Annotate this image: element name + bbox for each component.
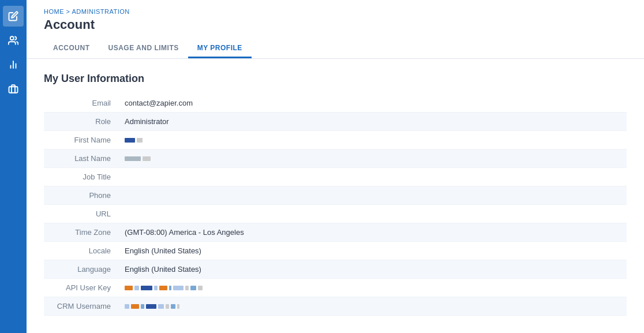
field-label: Last Name xyxy=(44,149,119,168)
field-value: English (United States) xyxy=(119,260,627,279)
field-value: (GMT-08:00) America - Los Angeles xyxy=(119,223,627,242)
field-label: Job Title xyxy=(44,168,119,186)
table-row: First Name xyxy=(44,131,627,149)
field-value-api-key xyxy=(119,279,627,297)
field-value-redacted xyxy=(119,131,627,149)
table-row: API User Key xyxy=(44,279,627,297)
field-label: Locale xyxy=(44,242,119,260)
field-label: Role xyxy=(44,113,119,131)
table-row: Email contact@zapier.com xyxy=(44,94,627,113)
breadcrumb-home[interactable]: HOME xyxy=(44,8,64,15)
field-value xyxy=(119,168,627,186)
field-value-redacted xyxy=(119,149,627,168)
briefcase-icon[interactable] xyxy=(3,78,24,99)
page-title: Account xyxy=(44,17,627,32)
svg-rect-4 xyxy=(9,87,18,93)
users-icon[interactable] xyxy=(3,30,24,51)
field-value xyxy=(119,186,627,205)
table-row: Locale English (United States) xyxy=(44,242,627,260)
table-row: CRM Username xyxy=(44,297,627,316)
tab-usage-and-limits[interactable]: USAGE AND LIMITS xyxy=(99,39,188,58)
field-value-crm xyxy=(119,297,627,316)
sidebar xyxy=(0,0,27,333)
table-row: Language English (United States) xyxy=(44,260,627,279)
table-row: URL xyxy=(44,205,627,223)
breadcrumb: HOME > ADMINISTRATION xyxy=(44,8,627,15)
table-row: Last Name xyxy=(44,149,627,168)
breadcrumb-section[interactable]: ADMINISTRATION xyxy=(72,8,129,15)
field-label: Phone xyxy=(44,186,119,205)
user-info-table: Email contact@zapier.com Role Administra… xyxy=(44,94,627,316)
field-value: contact@zapier.com xyxy=(119,94,627,113)
tab-account[interactable]: ACCOUNT xyxy=(44,39,99,58)
table-row: Job Title xyxy=(44,168,627,186)
tabs: ACCOUNT USAGE AND LIMITS MY PROFILE xyxy=(44,39,627,58)
breadcrumb-separator: > xyxy=(66,8,72,15)
section-title: My User Information xyxy=(44,73,627,85)
field-label: URL xyxy=(44,205,119,223)
field-value: Administrator xyxy=(119,113,627,131)
table-row: Phone xyxy=(44,186,627,205)
field-value xyxy=(119,205,627,223)
field-label: Time Zone xyxy=(44,223,119,242)
field-label: Language xyxy=(44,260,119,279)
table-row: Time Zone (GMT-08:00) America - Los Ange… xyxy=(44,223,627,242)
content-area: My User Information Email contact@zapier… xyxy=(27,59,644,333)
edit-icon[interactable] xyxy=(3,6,24,27)
field-label: Email xyxy=(44,94,119,113)
field-label: First Name xyxy=(44,131,119,149)
svg-point-0 xyxy=(10,36,14,40)
table-row: Role Administrator xyxy=(44,113,627,131)
field-value: English (United States) xyxy=(119,242,627,260)
field-label: CRM Username xyxy=(44,297,119,316)
main-content: HOME > ADMINISTRATION Account ACCOUNT US… xyxy=(27,0,644,333)
page-header: HOME > ADMINISTRATION Account ACCOUNT US… xyxy=(27,0,644,59)
chart-icon[interactable] xyxy=(3,54,24,75)
field-label: API User Key xyxy=(44,279,119,297)
tab-my-profile[interactable]: MY PROFILE xyxy=(188,39,252,58)
